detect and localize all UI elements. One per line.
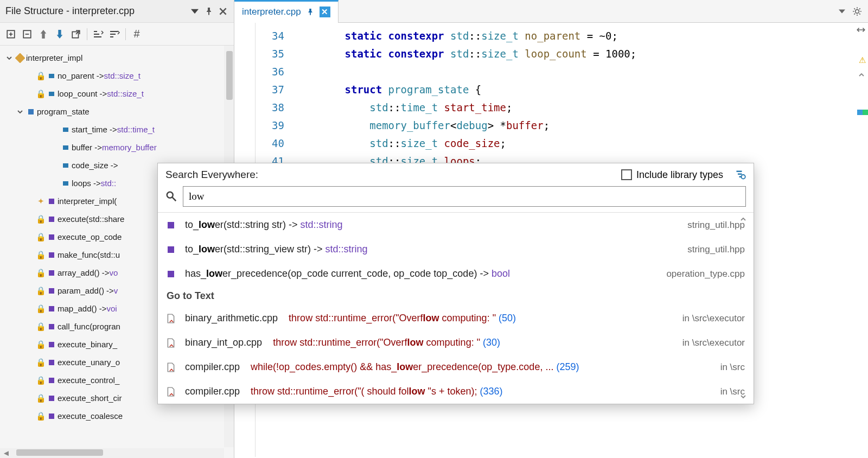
tree-node-member[interactable]: buffer -> memory_buffer — [0, 138, 234, 156]
svg-rect-5 — [49, 92, 54, 96]
results-scroll-up-icon[interactable] — [739, 215, 747, 223]
result-row[interactable]: binary_arithmetic.cpp throw std::runtime… — [158, 306, 754, 330]
tree-node-field[interactable]: 🔒 loop_count -> std::size_t — [0, 85, 234, 103]
svg-rect-18 — [49, 324, 54, 329]
svg-rect-3 — [15, 53, 25, 63]
open-external-icon[interactable] — [71, 29, 81, 40]
svg-rect-10 — [63, 181, 68, 186]
svg-rect-7 — [63, 128, 68, 132]
horizontal-scrollbar[interactable]: ◄ — [0, 448, 224, 458]
tree-node-field[interactable]: 🔒 no_parent -> std::size_t — [0, 67, 234, 85]
group-header: Go to Text — [158, 286, 754, 306]
scroll-up-icon[interactable] — [858, 72, 865, 78]
close-tab-icon[interactable]: ✕ — [320, 7, 330, 17]
split-icon[interactable] — [856, 25, 866, 35]
panel-header: File Structure - interpreter.cpp — [0, 0, 234, 23]
editor-tabbar: interpreter.cpp ✕ — [234, 0, 868, 23]
tab-dropdown-icon[interactable] — [837, 6, 847, 17]
panel-title: File Structure - interpreter.cpp — [5, 5, 189, 17]
results-scroll-down-icon[interactable] — [739, 393, 747, 400]
svg-point-24 — [856, 9, 859, 13]
gear-icon[interactable] — [852, 6, 863, 17]
svg-rect-20 — [49, 360, 54, 365]
editor-tab[interactable]: interpreter.cpp ✕ — [234, 0, 339, 23]
svg-rect-27 — [168, 222, 174, 228]
change-marker[interactable] — [857, 110, 868, 115]
svg-rect-28 — [168, 246, 174, 253]
svg-rect-16 — [49, 288, 54, 294]
sort-icon[interactable] — [93, 29, 104, 40]
svg-rect-6 — [28, 109, 34, 114]
result-row[interactable]: has_lower_precedence(op_code current_cod… — [158, 262, 754, 286]
collapse-all-icon[interactable] — [22, 29, 33, 40]
close-icon[interactable] — [218, 6, 228, 17]
svg-rect-9 — [63, 163, 68, 168]
nav-up-icon[interactable] — [38, 29, 49, 40]
svg-rect-22 — [49, 396, 54, 401]
nav-down-icon[interactable] — [54, 29, 65, 40]
pin-icon[interactable] — [203, 6, 214, 17]
result-row[interactable]: to_lower(std::string_view str) -> std::s… — [158, 237, 754, 262]
search-everywhere-popup: Search Everywhere: Include library types… — [157, 163, 754, 404]
tree-node-struct[interactable]: program_state — [0, 103, 234, 120]
tree-node-method[interactable]: 🔒execute_coalesce — [0, 407, 234, 425]
code-editor[interactable]: 34 static constexpr std::size_t no_paren… — [257, 27, 852, 170]
svg-rect-23 — [49, 414, 54, 419]
svg-rect-21 — [49, 378, 54, 383]
include-library-checkbox[interactable]: Include library types — [621, 169, 723, 181]
search-input[interactable] — [183, 186, 746, 207]
dropdown-icon[interactable] — [189, 6, 200, 17]
expand-all-icon[interactable] — [5, 29, 16, 40]
popup-title: Search Everywhere: — [165, 169, 258, 181]
tree-node-member[interactable]: start_time -> std::time_t — [0, 120, 234, 138]
warning-icon[interactable]: ⚠ — [859, 55, 866, 65]
svg-rect-11 — [49, 199, 54, 204]
results-list: to_lower(std::string str) -> std::string… — [158, 212, 754, 404]
svg-rect-15 — [49, 270, 54, 276]
svg-rect-29 — [168, 271, 174, 277]
result-row[interactable]: binary_int_op.cpp throw std::runtime_err… — [158, 330, 754, 355]
panel-toolbar: # — [0, 23, 234, 46]
svg-rect-8 — [63, 145, 68, 150]
svg-rect-4 — [49, 74, 54, 78]
checkbox-icon[interactable] — [621, 169, 632, 180]
editor-markers: ⚠ — [854, 23, 868, 457]
tree-node-class[interactable]: interpreter_impl — [0, 49, 234, 67]
filter-icon[interactable] — [735, 169, 746, 180]
svg-rect-19 — [49, 342, 54, 347]
result-row[interactable]: compiler.cpp throw std::runtime_error("(… — [158, 379, 754, 404]
svg-rect-14 — [49, 252, 54, 258]
result-row[interactable]: compiler.cpp while(!op_codes.empty() && … — [158, 355, 754, 379]
svg-point-26 — [167, 192, 173, 198]
result-row[interactable]: to_lower(std::string str) -> std::string… — [158, 213, 754, 237]
svg-rect-13 — [49, 234, 54, 240]
sort2-icon[interactable] — [109, 29, 120, 40]
pin-tab-icon[interactable] — [307, 8, 314, 16]
search-icon — [165, 190, 177, 202]
hash-icon[interactable]: # — [131, 29, 142, 40]
svg-rect-12 — [49, 217, 54, 222]
svg-rect-17 — [49, 306, 54, 311]
